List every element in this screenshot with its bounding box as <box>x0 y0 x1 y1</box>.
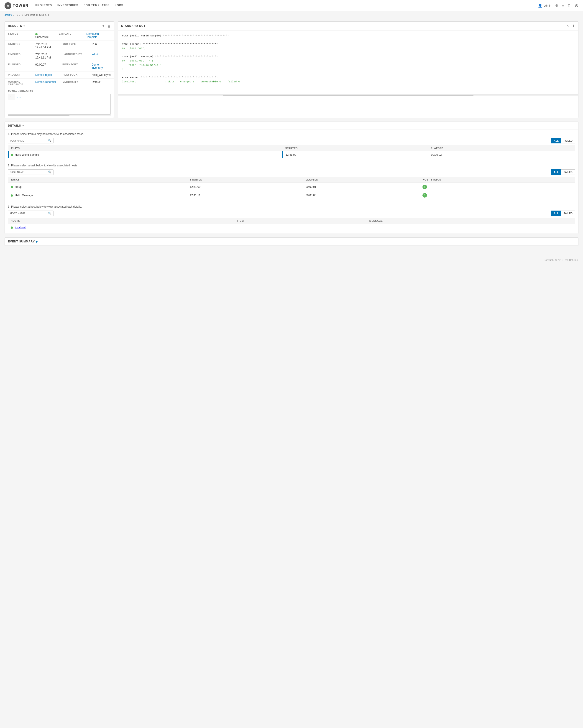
task-row-hello[interactable]: Hello Message 12:41:11 00:00:00 1 <box>8 191 575 200</box>
details-title: DETAILS ▼ <box>8 124 24 127</box>
task-search-input[interactable] <box>10 171 48 174</box>
verbosity-label: VERBOSITY <box>62 80 90 86</box>
task-hello-name: Hello Message <box>8 191 187 200</box>
nav-job-templates[interactable]: JOB TEMPLATES <box>84 0 109 11</box>
page-icon[interactable]: 🗒 <box>567 4 571 8</box>
template-label: TEMPLATE <box>57 32 84 39</box>
page-footer: Copyright © 2016 Red Hat, Inc. <box>0 256 583 264</box>
stdout-actions: ⤡ ⬇ <box>567 24 575 28</box>
task-btn-all[interactable]: ALL <box>551 170 561 175</box>
nav-user[interactable]: 👤 admin <box>538 3 551 8</box>
rocket-icon[interactable]: ✈ <box>102 24 105 28</box>
elapsed-label: ELAPSED <box>8 63 35 70</box>
play-started: 12:41:09 <box>282 151 428 158</box>
hosts-col-message: MESSAGE <box>366 218 575 224</box>
hosts-section: 3 Please select a host below to view ass… <box>5 202 578 234</box>
hosts-step-msg: 3 Please select a host below to view ass… <box>8 205 575 208</box>
play-row[interactable]: Hello World Sample 12:41:09 00:00:02 <box>8 151 575 158</box>
stdout-scrollbar[interactable] <box>118 94 578 96</box>
tasks-step-msg: 2 Please select a task below to view its… <box>8 164 575 167</box>
tasks-col-elapsed: ELAPSED <box>303 177 420 183</box>
host-btn-group: ALL FAILED <box>551 211 575 216</box>
event-summary-title-row: EVENT SUMMARY ▶ <box>8 240 38 243</box>
extra-vars-editor[interactable]: 1 --- <box>8 94 111 114</box>
status-dot <box>35 33 37 35</box>
results-title-arrow: ▼ <box>23 25 26 27</box>
task-row-setup[interactable]: setup 12:41:09 00:00:01 1 <box>8 183 575 191</box>
stdout-line-9: } <box>122 67 574 71</box>
breadcrumb-separator: / <box>14 14 14 17</box>
power-icon[interactable]: ⏻ <box>575 4 579 8</box>
play-search-input[interactable] <box>10 139 48 142</box>
event-summary-title: EVENT SUMMARY <box>8 240 35 243</box>
template-link[interactable]: Demo Job Template <box>86 32 99 39</box>
settings-icon[interactable]: ⚙ <box>555 3 558 8</box>
task-setup-host-status: 1 <box>420 183 575 191</box>
task-btn-failed[interactable]: FAILED <box>561 170 575 175</box>
host-btn-all[interactable]: ALL <box>551 211 561 216</box>
play-btn-failed[interactable]: FAILED <box>561 138 575 144</box>
stdout-content: PLAY [Hello World Sample] **************… <box>118 30 578 94</box>
elapsed-row: ELAPSED 00:00:07 INVENTORY Demo Inventor… <box>5 61 114 72</box>
host-row-localhost[interactable]: localhost <box>8 224 575 231</box>
inventory-link[interactable]: Demo Inventory <box>92 63 103 70</box>
host-btn-failed[interactable]: FAILED <box>561 211 575 216</box>
elapsed-value: 00:00:07 <box>35 63 58 70</box>
event-summary-header[interactable]: EVENT SUMMARY ▶ <box>5 238 578 245</box>
host-search-input[interactable] <box>10 212 48 215</box>
status-row: STATUS Successful TEMPLATE Demo Job Temp… <box>5 30 114 41</box>
list-icon[interactable]: ≡ <box>562 4 564 8</box>
download-icon[interactable]: ⬇ <box>572 24 575 28</box>
project-link[interactable]: Demo Project <box>35 73 52 77</box>
play-btn-group: ALL FAILED <box>551 138 575 144</box>
host-search-box[interactable]: 🔍 <box>8 211 53 216</box>
stdout-line-10 <box>122 72 574 76</box>
task-hello-dot <box>11 194 13 197</box>
stdout-line-4: ok: [localhost] <box>122 46 574 50</box>
nav-jobs[interactable]: JOBS <box>115 0 123 11</box>
nav-projects[interactable]: PROJECTS <box>35 0 52 11</box>
task-hello-started: 12:41:11 <box>187 191 303 200</box>
launched-by-label: LAUNCHED BY <box>62 53 90 59</box>
editor-scrollbar[interactable] <box>8 114 111 116</box>
extra-vars-label: EXTRA VARIABLES <box>8 90 111 93</box>
stdout-line-12: localhost : ok=2 changed=0 unreachable=0… <box>122 80 574 84</box>
launched-by-link[interactable]: admin <box>92 53 99 56</box>
play-search-box[interactable]: 🔍 <box>8 138 53 144</box>
top-row: RESULTS ▼ ✈ 🗑 STATUS Successful TEMPLATE… <box>4 21 579 118</box>
project-row: PROJECT Demo Project PLAYBOOK hello_worl… <box>5 72 114 79</box>
stdout-line-5 <box>122 51 574 55</box>
hosts-col-item: ITEM <box>234 218 366 224</box>
job-type-label: JOB TYPE <box>62 43 90 49</box>
details-panel-header: DETAILS ▼ <box>5 122 578 130</box>
setup-host-badge: 1 <box>423 185 427 189</box>
logo-text: TOWER <box>13 4 28 8</box>
project-label: PROJECT <box>8 73 35 77</box>
trash-icon[interactable]: 🗑 <box>107 24 111 28</box>
top-navigation: A TOWER PROJECTS INVENTORIES JOB TEMPLAT… <box>0 0 583 11</box>
host-localhost-link[interactable]: localhost <box>15 226 26 229</box>
host-localhost-name: localhost <box>8 224 234 231</box>
machine-cred-link[interactable]: Demo Credential <box>35 80 56 83</box>
task-setup-started: 12:41:09 <box>187 183 303 191</box>
plays-filter-row: 🔍 ALL FAILED <box>8 138 575 144</box>
play-btn-all[interactable]: ALL <box>551 138 561 144</box>
hosts-filter-row: 🔍 ALL FAILED <box>8 211 575 216</box>
logo[interactable]: A TOWER <box>4 2 28 9</box>
code-content: --- <box>15 94 23 100</box>
plays-step-msg: 1 Please select from a play below to vie… <box>8 132 575 136</box>
editor-scrollbar-thumb <box>8 115 70 116</box>
started-row: STARTED 7/11/2016 12:41:04 PM JOB TYPE R… <box>5 41 114 51</box>
task-setup-dot <box>11 186 13 188</box>
plays-table-header: PLAYS STARTED ELAPSED <box>8 145 575 151</box>
host-localhost-item <box>234 224 366 231</box>
status-label: STATUS <box>8 32 35 39</box>
nav-inventories[interactable]: INVENTORIES <box>57 0 78 11</box>
expand-icon[interactable]: ⤡ <box>567 24 570 28</box>
stdout-line-7: ok: [localhost] => { <box>122 59 574 63</box>
tasks-col-started: STARTED <box>187 177 303 183</box>
task-search-box[interactable]: 🔍 <box>8 170 53 175</box>
play-search-icon: 🔍 <box>48 139 51 142</box>
breadcrumb-jobs-link[interactable]: JOBS <box>4 14 11 17</box>
task-btn-group: ALL FAILED <box>551 170 575 175</box>
